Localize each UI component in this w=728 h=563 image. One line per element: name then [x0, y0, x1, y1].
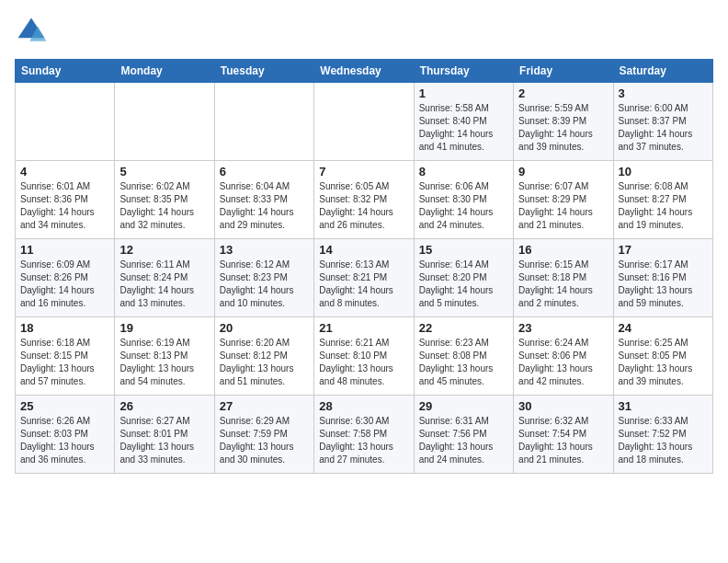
logo	[15, 15, 51, 48]
calendar-cell: 5Sunrise: 6:02 AMSunset: 8:35 PMDaylight…	[115, 161, 214, 239]
day-info: Sunrise: 6:12 AMSunset: 8:23 PMDaylight:…	[220, 259, 309, 310]
day-info: Sunrise: 5:58 AMSunset: 8:40 PMDaylight:…	[419, 102, 508, 154]
calendar-cell: 17Sunrise: 6:17 AMSunset: 8:16 PMDayligh…	[613, 239, 712, 317]
day-number: 6	[220, 165, 309, 178]
calendar-cell	[16, 83, 115, 161]
calendar-cell: 12Sunrise: 6:11 AMSunset: 8:24 PMDayligh…	[115, 239, 214, 317]
calendar-cell: 25Sunrise: 6:26 AMSunset: 8:03 PMDayligh…	[16, 396, 115, 474]
day-info: Sunrise: 6:33 AMSunset: 7:52 PMDaylight:…	[619, 415, 708, 466]
day-info: Sunrise: 6:27 AMSunset: 8:01 PMDaylight:…	[119, 415, 209, 466]
day-number: 9	[518, 165, 608, 178]
calendar-cell: 22Sunrise: 6:23 AMSunset: 8:08 PMDayligh…	[414, 317, 513, 396]
day-info: Sunrise: 6:32 AMSunset: 7:54 PMDaylight:…	[518, 415, 608, 466]
day-info: Sunrise: 6:26 AMSunset: 8:03 PMDaylight:…	[20, 415, 109, 466]
day-number: 20	[220, 321, 309, 335]
calendar-week-row: 1Sunrise: 5:58 AMSunset: 8:40 PMDaylight…	[16, 83, 713, 161]
day-info: Sunrise: 5:59 AMSunset: 8:39 PMDaylight:…	[518, 102, 608, 154]
calendar-cell: 2Sunrise: 5:59 AMSunset: 8:39 PMDaylight…	[514, 83, 613, 161]
calendar-header-row: SundayMondayTuesdayWednesdayThursdayFrid…	[16, 60, 713, 83]
day-number: 21	[319, 321, 408, 335]
calendar-cell	[214, 83, 313, 161]
calendar-cell: 15Sunrise: 6:14 AMSunset: 8:20 PMDayligh…	[414, 239, 513, 317]
calendar-cell: 6Sunrise: 6:04 AMSunset: 8:33 PMDaylight…	[214, 161, 313, 239]
day-number: 31	[619, 399, 708, 413]
calendar-cell: 19Sunrise: 6:19 AMSunset: 8:13 PMDayligh…	[115, 317, 214, 396]
calendar-cell: 31Sunrise: 6:33 AMSunset: 7:52 PMDayligh…	[613, 396, 712, 474]
day-info: Sunrise: 6:24 AMSunset: 8:06 PMDaylight:…	[518, 337, 608, 388]
calendar-cell: 18Sunrise: 6:18 AMSunset: 8:15 PMDayligh…	[16, 317, 115, 396]
day-info: Sunrise: 6:19 AMSunset: 8:13 PMDaylight:…	[119, 337, 209, 388]
day-number: 16	[518, 243, 608, 257]
day-info: Sunrise: 6:30 AMSunset: 7:58 PMDaylight:…	[319, 415, 408, 466]
calendar-cell: 1Sunrise: 5:58 AMSunset: 8:40 PMDaylight…	[414, 83, 513, 161]
day-number: 24	[619, 321, 708, 335]
calendar-cell: 9Sunrise: 6:07 AMSunset: 8:29 PMDaylight…	[514, 161, 613, 239]
day-number: 4	[20, 165, 109, 178]
day-info: Sunrise: 6:02 AMSunset: 8:35 PMDaylight:…	[119, 180, 209, 232]
calendar-week-row: 4Sunrise: 6:01 AMSunset: 8:36 PMDaylight…	[16, 161, 713, 239]
day-info: Sunrise: 6:06 AMSunset: 8:30 PMDaylight:…	[419, 180, 508, 232]
logo-icon	[15, 15, 48, 48]
page-header	[15, 15, 713, 48]
day-number: 23	[518, 321, 608, 335]
calendar-week-row: 25Sunrise: 6:26 AMSunset: 8:03 PMDayligh…	[16, 396, 713, 474]
calendar-cell: 7Sunrise: 6:05 AMSunset: 8:32 PMDaylight…	[314, 161, 414, 239]
day-info: Sunrise: 6:04 AMSunset: 8:33 PMDaylight:…	[220, 180, 309, 232]
calendar-cell: 28Sunrise: 6:30 AMSunset: 7:58 PMDayligh…	[314, 396, 414, 474]
day-info: Sunrise: 6:31 AMSunset: 7:56 PMDaylight:…	[419, 415, 508, 466]
day-number: 26	[119, 399, 209, 413]
day-number: 18	[20, 321, 109, 335]
calendar-cell	[115, 83, 214, 161]
day-info: Sunrise: 6:17 AMSunset: 8:16 PMDaylight:…	[619, 259, 708, 310]
day-number: 2	[518, 86, 608, 100]
calendar-header-monday: Monday	[115, 60, 214, 83]
calendar-cell: 26Sunrise: 6:27 AMSunset: 8:01 PMDayligh…	[115, 396, 214, 474]
day-number: 22	[419, 321, 508, 335]
day-number: 5	[119, 165, 209, 178]
day-number: 25	[20, 399, 109, 413]
day-number: 29	[419, 399, 508, 413]
calendar-week-row: 11Sunrise: 6:09 AMSunset: 8:26 PMDayligh…	[16, 239, 713, 317]
day-number: 7	[319, 165, 408, 178]
day-number: 17	[619, 243, 708, 257]
day-number: 1	[419, 86, 508, 100]
day-info: Sunrise: 6:09 AMSunset: 8:26 PMDaylight:…	[20, 259, 109, 310]
calendar-cell: 10Sunrise: 6:08 AMSunset: 8:27 PMDayligh…	[613, 161, 712, 239]
day-info: Sunrise: 6:18 AMSunset: 8:15 PMDaylight:…	[20, 337, 109, 388]
calendar-cell: 16Sunrise: 6:15 AMSunset: 8:18 PMDayligh…	[514, 239, 613, 317]
calendar-cell: 30Sunrise: 6:32 AMSunset: 7:54 PMDayligh…	[514, 396, 613, 474]
day-info: Sunrise: 6:25 AMSunset: 8:05 PMDaylight:…	[619, 337, 708, 388]
calendar-header-wednesday: Wednesday	[314, 60, 414, 83]
calendar-header-saturday: Saturday	[613, 60, 712, 83]
day-number: 15	[419, 243, 508, 257]
day-info: Sunrise: 6:21 AMSunset: 8:10 PMDaylight:…	[319, 337, 408, 388]
day-info: Sunrise: 6:11 AMSunset: 8:24 PMDaylight:…	[119, 259, 209, 310]
day-info: Sunrise: 6:13 AMSunset: 8:21 PMDaylight:…	[319, 259, 408, 310]
calendar-cell: 29Sunrise: 6:31 AMSunset: 7:56 PMDayligh…	[414, 396, 513, 474]
calendar-cell: 4Sunrise: 6:01 AMSunset: 8:36 PMDaylight…	[16, 161, 115, 239]
calendar-cell: 27Sunrise: 6:29 AMSunset: 7:59 PMDayligh…	[214, 396, 313, 474]
calendar-cell: 21Sunrise: 6:21 AMSunset: 8:10 PMDayligh…	[314, 317, 414, 396]
day-info: Sunrise: 6:01 AMSunset: 8:36 PMDaylight:…	[20, 180, 109, 232]
day-info: Sunrise: 6:29 AMSunset: 7:59 PMDaylight:…	[220, 415, 309, 466]
day-number: 14	[319, 243, 408, 257]
day-info: Sunrise: 6:00 AMSunset: 8:37 PMDaylight:…	[619, 102, 708, 154]
calendar-cell: 24Sunrise: 6:25 AMSunset: 8:05 PMDayligh…	[613, 317, 712, 396]
day-number: 13	[220, 243, 309, 257]
day-number: 3	[619, 86, 708, 100]
day-info: Sunrise: 6:14 AMSunset: 8:20 PMDaylight:…	[419, 259, 508, 310]
day-info: Sunrise: 6:20 AMSunset: 8:12 PMDaylight:…	[220, 337, 309, 388]
day-number: 28	[319, 399, 408, 413]
calendar-cell: 23Sunrise: 6:24 AMSunset: 8:06 PMDayligh…	[514, 317, 613, 396]
day-info: Sunrise: 6:15 AMSunset: 8:18 PMDaylight:…	[518, 259, 608, 310]
calendar-table: SundayMondayTuesdayWednesdayThursdayFrid…	[15, 59, 713, 474]
calendar-cell: 8Sunrise: 6:06 AMSunset: 8:30 PMDaylight…	[414, 161, 513, 239]
day-number: 27	[220, 399, 309, 413]
day-info: Sunrise: 6:05 AMSunset: 8:32 PMDaylight:…	[319, 180, 408, 232]
calendar-header-friday: Friday	[514, 60, 613, 83]
day-info: Sunrise: 6:08 AMSunset: 8:27 PMDaylight:…	[619, 180, 708, 232]
day-number: 30	[518, 399, 608, 413]
calendar-cell: 3Sunrise: 6:00 AMSunset: 8:37 PMDaylight…	[613, 83, 712, 161]
day-number: 12	[119, 243, 209, 257]
calendar-week-row: 18Sunrise: 6:18 AMSunset: 8:15 PMDayligh…	[16, 317, 713, 396]
